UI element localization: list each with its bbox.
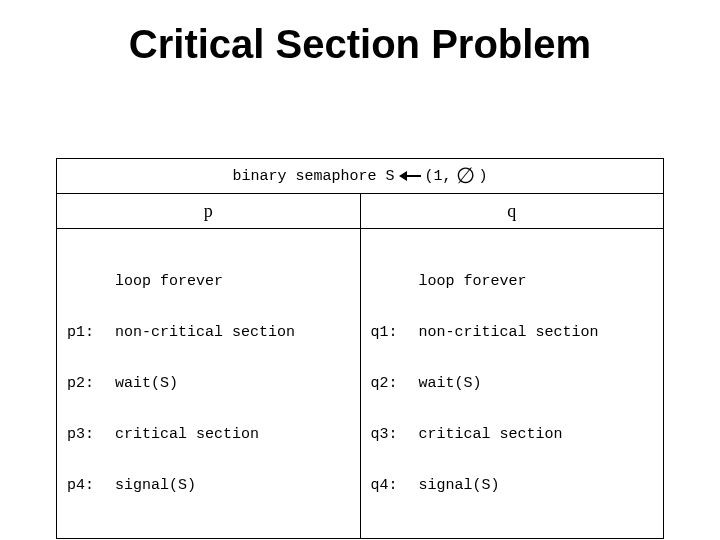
q-line-label: q2: (371, 375, 419, 392)
process-q-code: loop forever q1:non-critical section q2:… (361, 229, 664, 538)
semaphore-declaration: binary semaphore S (1, ∅ ) (232, 159, 487, 193)
p-loop: loop forever (115, 273, 352, 290)
p-line-stmt: non-critical section (115, 324, 352, 341)
column-header-p: p (57, 194, 361, 229)
p-line-label: p2: (67, 375, 115, 392)
q-line-stmt: signal(S) (419, 477, 656, 494)
column-header-q: q (360, 194, 664, 229)
q-line-label: q4: (371, 477, 419, 494)
p-line-stmt: wait(S) (115, 375, 352, 392)
q-line-stmt: wait(S) (419, 375, 656, 392)
declaration-row: binary semaphore S (1, ∅ ) (57, 159, 664, 194)
q-line-label: q3: (371, 426, 419, 443)
decl-tuple-close: ) (479, 168, 488, 185)
slide-title: Critical Section Problem (0, 22, 720, 67)
process-p-cell: loop forever p1:non-critical section p2:… (57, 229, 361, 539)
q-loop: loop forever (419, 273, 656, 290)
process-q-cell: loop forever q1:non-critical section q2:… (360, 229, 664, 539)
slide: Critical Section Problem binary semaphor… (0, 0, 720, 540)
decl-prefix: binary semaphore S (232, 168, 394, 185)
decl-tuple-open: (1, (425, 168, 452, 185)
p-line-stmt: signal(S) (115, 477, 352, 494)
p-line-label: p3: (67, 426, 115, 443)
q-line-stmt: critical section (419, 426, 656, 443)
p-line-label: p1: (67, 324, 115, 341)
q-line-stmt: non-critical section (419, 324, 656, 341)
p-line-stmt: critical section (115, 426, 352, 443)
left-arrow-icon (399, 171, 421, 181)
p-line-label: p4: (67, 477, 115, 494)
empty-set-icon: ∅ (456, 165, 475, 187)
q-line-label: q1: (371, 324, 419, 341)
process-p-code: loop forever p1:non-critical section p2:… (57, 229, 360, 538)
algorithm-table: binary semaphore S (1, ∅ ) p q loop fore… (56, 158, 664, 539)
